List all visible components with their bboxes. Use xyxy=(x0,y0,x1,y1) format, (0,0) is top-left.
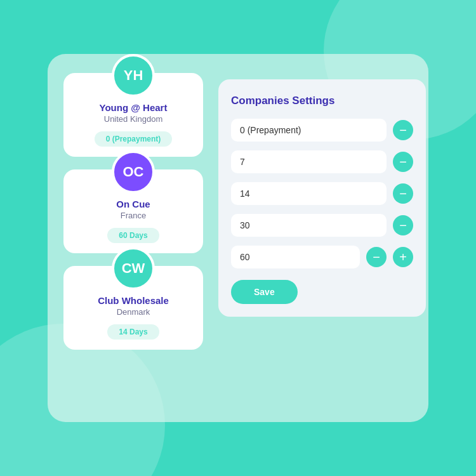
company-country-1: France xyxy=(121,211,146,220)
company-country-2: Denmark xyxy=(117,307,150,317)
settings-input-3[interactable] xyxy=(231,214,387,237)
company-card-1[interactable]: OCOn CueFrance60 Days xyxy=(63,169,203,253)
company-card-0[interactable]: YHYoung @ HeartUnited Kingdom0 (Prepayme… xyxy=(63,73,203,157)
company-badge-1: 60 Days xyxy=(107,228,159,243)
settings-row-2: − xyxy=(231,182,413,205)
company-name-1: On Cue xyxy=(116,199,150,209)
company-badge-0: 0 (Prepayment) xyxy=(95,131,173,147)
company-name-2: Club Wholesale xyxy=(98,295,169,306)
main-card: YHYoung @ HeartUnited Kingdom0 (Prepayme… xyxy=(48,54,428,422)
settings-input-0[interactable] xyxy=(231,119,387,142)
settings-row-0: − xyxy=(231,119,413,142)
minus-button-2[interactable]: − xyxy=(393,183,413,204)
settings-panel: Companies Settings −−−−−+Save xyxy=(218,79,426,317)
companies-list: YHYoung @ HeartUnited Kingdom0 (Prepayme… xyxy=(63,73,203,350)
company-avatar-0: YH xyxy=(112,54,155,97)
company-avatar-1: OC xyxy=(112,150,155,194)
company-badge-2: 14 Days xyxy=(107,324,159,340)
minus-button-4[interactable]: − xyxy=(366,247,387,267)
company-name-0: Young @ Heart xyxy=(100,102,168,113)
plus-button-4[interactable]: + xyxy=(393,247,413,267)
settings-row-4: −+ xyxy=(231,246,413,268)
minus-button-1[interactable]: − xyxy=(393,152,413,172)
company-card-2[interactable]: CWClub WholesaleDenmark14 Days xyxy=(63,266,203,350)
minus-button-0[interactable]: − xyxy=(393,120,413,140)
settings-input-1[interactable] xyxy=(231,150,387,173)
company-avatar-2: CW xyxy=(112,247,155,290)
settings-title: Companies Settings xyxy=(231,95,413,107)
settings-input-2[interactable] xyxy=(231,182,387,205)
save-button[interactable]: Save xyxy=(231,280,298,304)
settings-row-1: − xyxy=(231,150,413,173)
settings-row-3: − xyxy=(231,214,413,237)
settings-input-4[interactable] xyxy=(231,246,360,268)
company-country-0: United Kingdom xyxy=(104,114,163,124)
minus-button-3[interactable]: − xyxy=(393,215,413,235)
